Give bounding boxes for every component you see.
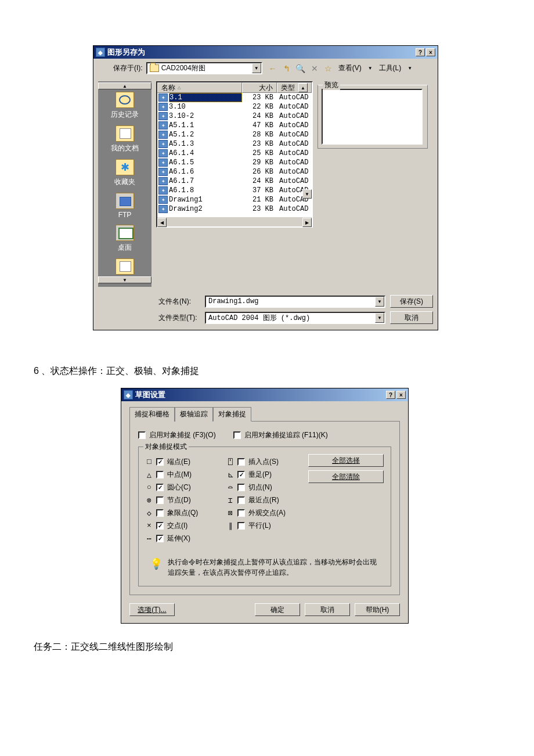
close-button[interactable]: × xyxy=(396,391,406,399)
checkbox[interactable] xyxy=(156,509,164,517)
checkbox[interactable] xyxy=(156,458,164,466)
file-row[interactable]: ✦3.10-224 KBAutoCAD xyxy=(157,111,312,121)
scroll-left-button[interactable]: ◀ xyxy=(157,218,167,227)
checkbox[interactable] xyxy=(237,458,245,466)
folder-combo[interactable]: CAD2004附图 ▼ xyxy=(146,62,262,74)
scroll-up-button[interactable]: ▲ xyxy=(298,83,308,92)
file-row[interactable]: ✦3.1022 KBAutoCAD xyxy=(157,102,312,111)
checkbox[interactable] xyxy=(237,484,245,491)
osnap-mode[interactable]: ∥平行(L) xyxy=(227,521,308,531)
file-row[interactable]: ✦Drawing121 KBAutoCAD xyxy=(157,195,312,204)
place-ftp[interactable]: FTP xyxy=(98,190,151,222)
checkbox[interactable] xyxy=(237,496,245,504)
column-size[interactable]: 大小 xyxy=(242,82,277,93)
place-favorites[interactable]: 收藏夹 xyxy=(98,157,151,190)
scroll-up-button[interactable]: ▲ xyxy=(98,82,151,89)
place-history[interactable]: 历史记录 xyxy=(98,89,151,123)
delete-icon[interactable]: ✕ xyxy=(309,63,320,74)
file-row[interactable]: ✦A5.1.147 KBAutoCAD xyxy=(157,121,312,130)
tab-snap-grid[interactable]: 捕捉和栅格 xyxy=(129,407,175,422)
close-button[interactable]: × xyxy=(426,48,435,56)
osnap-mode[interactable]: ◇象限点(Q) xyxy=(146,508,227,518)
checkbox[interactable] xyxy=(233,431,241,439)
scroll-down-button[interactable]: ▼ xyxy=(302,189,312,199)
file-list[interactable]: 名称 △ 大小 类型 ▲ ✦3.123 KBAutoCAD✦3.1022 KBA… xyxy=(156,81,313,228)
chevron-down-icon[interactable]: ▼ xyxy=(252,63,261,73)
osnap-mode[interactable]: ⋯延伸(X) xyxy=(146,534,227,543)
tools-menu[interactable]: 工具(L) xyxy=(377,62,403,74)
scroll-down-button[interactable]: ▼ xyxy=(98,276,151,283)
checkbox[interactable] xyxy=(156,484,164,491)
draft-titlebar[interactable]: ◆ 草图设置 ? × xyxy=(121,388,408,401)
filename-field[interactable] xyxy=(208,297,373,305)
place-my-documents[interactable]: 我的文档 xyxy=(98,123,151,157)
enable-osnap-checkbox[interactable]: 启用对象捕捉 (F3)(O) xyxy=(138,430,216,440)
back-icon[interactable]: ← xyxy=(267,63,279,74)
checkbox[interactable] xyxy=(156,522,164,530)
osnap-mode[interactable]: □端点(E) xyxy=(146,457,227,467)
file-row[interactable]: ✦A5.1.323 KBAutoCAD xyxy=(157,139,312,149)
osnap-mode[interactable]: △中点(M) xyxy=(146,470,227,480)
osnap-symbol-icon: ⍞ xyxy=(227,458,234,467)
tab-polar[interactable]: 极轴追踪 xyxy=(175,407,213,422)
dwg-icon: ✦ xyxy=(158,112,168,120)
osnap-mode[interactable]: ⊗节点(D) xyxy=(146,495,227,505)
osnap-mode[interactable]: ⌶最近点(R) xyxy=(227,495,308,505)
osnap-mode[interactable]: ×交点(I) xyxy=(146,521,227,531)
save-button[interactable]: 保存(S) xyxy=(390,295,433,308)
new-folder-icon[interactable]: ☆ xyxy=(323,63,334,74)
chevron-down-icon[interactable]: ▼ xyxy=(375,313,384,323)
osnap-label: 延伸(X) xyxy=(167,534,190,543)
preview-group: 预览 xyxy=(317,85,428,149)
up-folder-icon[interactable]: ↰ xyxy=(281,63,293,74)
osnap-label: 外观交点(A) xyxy=(248,508,286,518)
osnap-mode[interactable]: ⊾垂足(P) xyxy=(227,470,308,480)
place-desktop[interactable]: 桌面 xyxy=(98,222,151,256)
options-button[interactable]: 选项(T)... xyxy=(129,603,175,616)
file-size: 24 KB xyxy=(242,177,277,185)
osnap-mode[interactable]: ○圆心(C) xyxy=(146,483,227,492)
file-row[interactable]: ✦A6.1.425 KBAutoCAD xyxy=(157,149,312,158)
file-row[interactable]: ✦A6.1.626 KBAutoCAD xyxy=(157,167,312,177)
save-as-titlebar[interactable]: ◆ 图形另存为 ? × xyxy=(93,46,438,59)
clear-all-button[interactable]: 全部清除 xyxy=(308,470,384,483)
osnap-mode[interactable]: ⌓切点(N) xyxy=(227,483,308,492)
filetype-combo[interactable]: ▼ xyxy=(205,312,385,324)
checkbox[interactable] xyxy=(138,431,146,439)
file-row[interactable]: ✦3.123 KBAutoCAD xyxy=(157,93,312,102)
checkbox[interactable] xyxy=(237,471,245,478)
cancel-button[interactable]: 取消 xyxy=(390,311,433,324)
column-type[interactable]: 类型 ▲ xyxy=(277,82,312,93)
help-button[interactable]: 帮助(H) xyxy=(355,603,400,616)
chevron-down-icon[interactable]: ▼ xyxy=(366,66,375,71)
column-name[interactable]: 名称 △ xyxy=(157,82,242,93)
search-icon[interactable]: 🔍 xyxy=(295,63,306,74)
checkbox[interactable] xyxy=(156,535,164,542)
chevron-down-icon[interactable]: ▼ xyxy=(405,66,414,71)
osnap-mode[interactable]: ⊠外观交点(A) xyxy=(227,508,308,518)
place-more[interactable] xyxy=(98,256,151,276)
checkbox[interactable] xyxy=(237,522,245,530)
horizontal-scrollbar[interactable]: ◀ ▶ xyxy=(157,217,312,226)
view-menu[interactable]: 查看(V) xyxy=(337,62,363,74)
file-row[interactable]: ✦A5.1.228 KBAutoCAD xyxy=(157,130,312,139)
scroll-right-button[interactable]: ▶ xyxy=(302,218,312,227)
help-button[interactable]: ? xyxy=(386,391,395,399)
filename-input[interactable]: ▼ xyxy=(205,296,385,308)
checkbox[interactable] xyxy=(156,496,164,504)
file-row[interactable]: ✦A6.1.837 KBAutoCAD xyxy=(157,186,312,195)
filetype-field[interactable] xyxy=(208,314,373,322)
file-row[interactable]: ✦A6.1.724 KBAutoCAD xyxy=(157,177,312,186)
chevron-down-icon[interactable]: ▼ xyxy=(375,297,384,307)
osnap-mode[interactable]: ⍞插入点(S) xyxy=(227,457,308,467)
tab-osnap[interactable]: 对象捕捉 xyxy=(213,407,251,422)
checkbox[interactable] xyxy=(237,509,245,517)
ok-button[interactable]: 确定 xyxy=(255,603,300,616)
enable-osnap-track-checkbox[interactable]: 启用对象捕捉追踪 (F11)(K) xyxy=(233,430,328,440)
file-row[interactable]: ✦Drawing223 KBAutoCAD xyxy=(157,204,312,214)
cancel-button[interactable]: 取消 xyxy=(305,603,350,616)
select-all-button[interactable]: 全部选择 xyxy=(308,454,384,467)
checkbox[interactable] xyxy=(156,471,164,478)
help-button[interactable]: ? xyxy=(416,48,425,56)
file-row[interactable]: ✦A6.1.529 KBAutoCAD xyxy=(157,158,312,167)
